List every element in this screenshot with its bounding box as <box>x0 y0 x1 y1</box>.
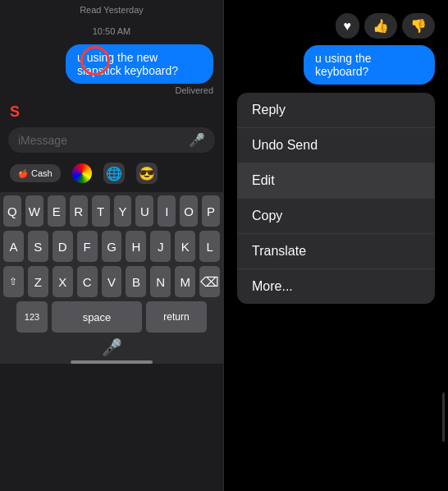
key-v[interactable]: V <box>102 266 122 297</box>
reaction-thumbsup[interactable]: 👍 <box>364 13 397 39</box>
key-123[interactable]: 123 <box>16 301 48 333</box>
message-area: 10:50 AM u using the new slapstick keybo… <box>0 20 223 102</box>
key-m[interactable]: M <box>175 266 195 297</box>
reaction-heart[interactable]: ♥ <box>336 13 360 39</box>
key-s[interactable]: S <box>28 231 48 262</box>
key-z[interactable]: Z <box>28 266 48 297</box>
key-row-bottom: 123 space return <box>3 301 220 333</box>
key-g[interactable]: G <box>102 231 122 262</box>
key-n[interactable]: N <box>150 266 171 297</box>
mic-center-icon[interactable]: 🎤 <box>3 337 220 357</box>
apple-cash-icon: 🍎 <box>18 169 28 178</box>
timestamp: 10:50 AM <box>10 26 213 36</box>
key-return[interactable]: return <box>146 301 207 333</box>
keyboard: Q W E R T Y U I O P A S D F G H J K L ⇧ … <box>0 192 223 364</box>
key-b[interactable]: B <box>126 266 146 297</box>
scroll-hint <box>442 392 445 442</box>
right-phone: ♥ 👍 👎 u using the keyboard? ➜ Reply Undo… <box>224 0 448 491</box>
right-content: ♥ 👍 👎 u using the keyboard? ➜ Reply Undo… <box>224 0 448 304</box>
menu-item-undo-send[interactable]: Undo Send <box>237 128 435 163</box>
key-q[interactable]: Q <box>3 195 21 227</box>
input-bar[interactable]: iMessage 🎤 <box>8 127 215 153</box>
key-c[interactable]: C <box>77 266 98 297</box>
globe-icon[interactable]: 🌐 <box>103 163 125 184</box>
key-i[interactable]: I <box>158 195 176 227</box>
key-l[interactable]: L <box>199 231 220 262</box>
context-menu-container: ➜ Reply Undo Send Edit Copy Translate <box>224 93 448 304</box>
context-menu: Reply Undo Send Edit Copy Translate More… <box>237 93 435 304</box>
key-shift[interactable]: ⇧ <box>3 266 24 297</box>
input-placeholder: iMessage <box>18 134 182 147</box>
key-e[interactable]: E <box>48 195 66 227</box>
key-a[interactable]: A <box>3 231 24 262</box>
reaction-bar: ♥ 👍 👎 <box>224 13 448 39</box>
key-space[interactable]: space <box>52 301 142 333</box>
key-row-3: ⇧ Z X C V B N M ⌫ <box>3 266 220 297</box>
menu-item-reply[interactable]: Reply <box>237 93 435 128</box>
sent-message-bubble: u using the new slapstick keyboard? <box>66 44 213 84</box>
key-t[interactable]: T <box>92 195 110 227</box>
key-u[interactable]: U <box>135 195 153 227</box>
key-delete[interactable]: ⌫ <box>199 266 220 297</box>
memoji-icon[interactable]: 😎 <box>136 163 158 184</box>
key-p[interactable]: P <box>202 195 220 227</box>
reaction-thumbsdown[interactable]: 👎 <box>402 13 435 39</box>
app-name: S <box>0 102 223 122</box>
key-x[interactable]: X <box>53 266 73 297</box>
left-phone: Read Yesterday 10:50 AM u using the new … <box>0 0 224 491</box>
home-indicator <box>71 360 153 364</box>
key-h[interactable]: H <box>126 231 146 262</box>
key-row-2: A S D F G H J K L <box>3 231 220 262</box>
mic-icon-small[interactable]: 🎤 <box>189 132 205 148</box>
key-y[interactable]: Y <box>114 195 132 227</box>
key-d[interactable]: D <box>53 231 73 262</box>
apple-cash-button[interactable]: 🍎 Cash <box>10 164 61 182</box>
multicolor-icon[interactable] <box>72 163 92 183</box>
delivered-label: Delivered <box>176 85 213 95</box>
key-j[interactable]: J <box>150 231 171 262</box>
key-w[interactable]: W <box>25 195 43 227</box>
key-f[interactable]: F <box>77 231 98 262</box>
app-tray: 🍎 Cash 🌐 😎 <box>0 158 223 189</box>
apple-cash-label: Cash <box>31 168 53 178</box>
sent-message-bubble-right: u using the keyboard? <box>304 45 435 85</box>
menu-item-copy[interactable]: Copy <box>237 199 435 234</box>
menu-item-translate[interactable]: Translate <box>237 234 435 269</box>
key-o[interactable]: O <box>180 195 198 227</box>
key-row-1: Q W E R T Y U I O P <box>3 195 220 227</box>
menu-item-more[interactable]: More... <box>237 269 435 304</box>
menu-item-edit[interactable]: Edit <box>237 163 435 199</box>
key-r[interactable]: R <box>70 195 88 227</box>
key-k[interactable]: K <box>175 231 195 262</box>
read-status: Read Yesterday <box>0 0 223 20</box>
